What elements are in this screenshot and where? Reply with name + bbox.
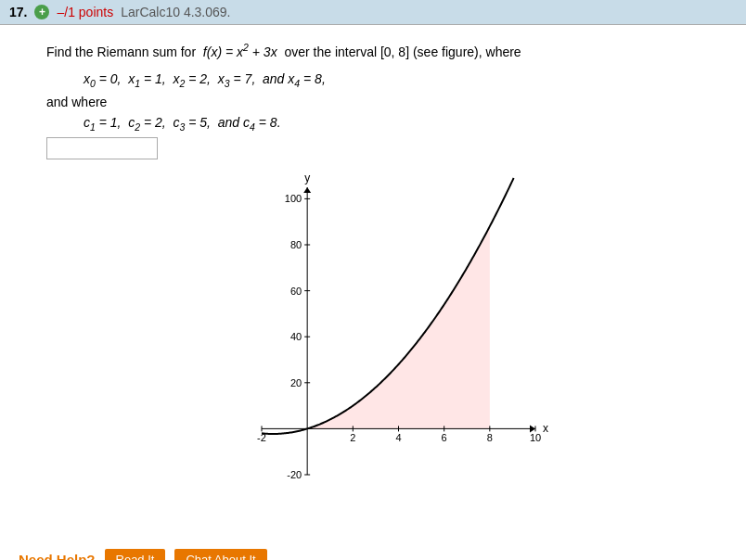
x-values-line: x0 = 0, x1 = 1, x2 = 2, x3 = 7, and x4 =… <box>84 71 727 89</box>
header-bar: 17. + –/1 points LarCalc10 4.3.069. <box>0 0 746 25</box>
graph-container <box>46 169 727 512</box>
problem-reference: LarCalc10 4.3.069. <box>121 5 230 19</box>
c-values-line: c1 = 1, c2 = 2, c3 = 5, and c4 = 8. <box>84 115 727 133</box>
problem-statement: Find the Riemann sum for f(x) = x2 + 3x … <box>46 39 727 64</box>
need-help-label: Need Help? <box>19 552 96 560</box>
and-where-text: and where <box>46 95 727 109</box>
read-it-button[interactable]: Read It <box>105 549 166 560</box>
problem-number: 17. <box>9 5 27 19</box>
chat-about-it-button[interactable]: Chat About It <box>174 549 266 560</box>
help-section: Need Help? Read It Chat About It <box>0 540 746 560</box>
interval-text: over the interval [0, 8] (see figure), w… <box>281 45 521 59</box>
answer-container <box>46 137 727 159</box>
problem-content: Find the Riemann sum for f(x) = x2 + 3x … <box>0 25 746 535</box>
function-expression: f(x) = x2 + 3x <box>203 45 277 59</box>
function-graph <box>211 169 563 512</box>
answer-input[interactable] <box>46 137 158 159</box>
add-icon: + <box>34 5 49 19</box>
points-text: –/1 points <box>57 5 113 19</box>
problem-line1: Find the Riemann sum for <box>46 45 199 59</box>
